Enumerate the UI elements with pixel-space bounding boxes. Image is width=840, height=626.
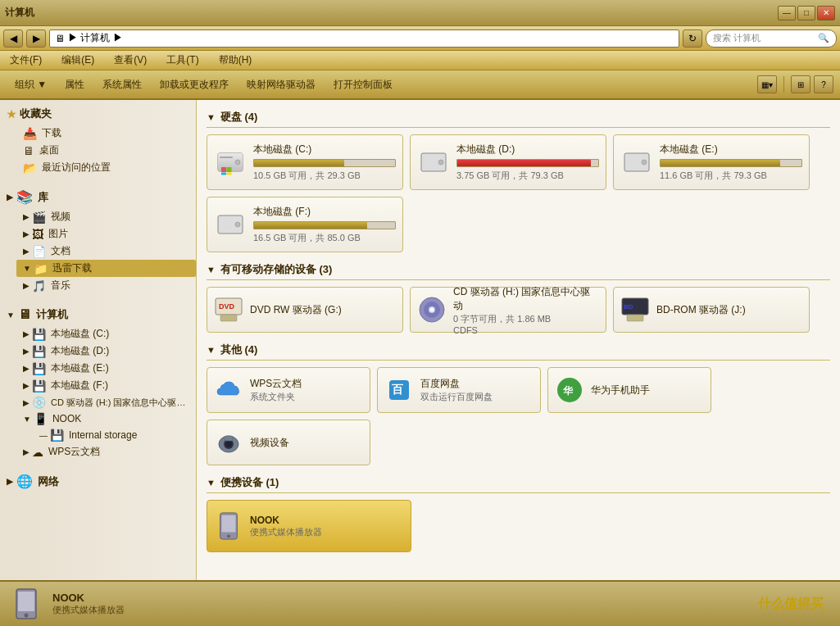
toolbar-separator [783,76,784,93]
menu-view[interactable]: 查看(V) [107,52,153,69]
sidebar-item-recent[interactable]: 📂 最近访问的位置 [16,159,196,176]
system-properties-button[interactable]: 系统属性 [94,73,150,96]
svg-point-37 [25,614,29,618]
favorites-section: ★ 收藏夹 📥 下载 🖥 桌面 📂 最近访问的位置 [0,103,196,176]
drive-c-bar [253,159,396,167]
dvd-icon: DVD [214,295,243,324]
search-box[interactable]: 搜索 计算机 🔍 [706,29,837,48]
sidebar-item-music[interactable]: ▶ 🎵 音乐 [16,277,196,294]
drive-e-icon [620,146,653,179]
sidebar-item-xunlei[interactable]: ▼ 📁 迅雷下载 [16,260,196,277]
sidebar-item-wps[interactable]: ▶ ☁ WPS云文档 [16,443,196,460]
computer-section: ▼ 🖥 计算机 ▶ 💾 本地磁盘 (C:) ▶ 💾 本地磁盘 (D:) ▶ 💾 [0,304,196,460]
drive-d-icon [417,146,450,179]
main-layout: ★ 收藏夹 📥 下载 🖥 桌面 📂 最近访问的位置 [0,100,840,580]
drive-e-item[interactable]: 本地磁盘 (E:) 11.6 GB 可用，共 79.3 GB [613,134,810,190]
sidebar-item-f[interactable]: ▶ 💾 本地磁盘 (F:) [16,377,196,394]
sidebar-item-internal-storage[interactable]: — 💾 Internal storage [33,427,196,443]
nook-device-item[interactable]: NOOK 便携式媒体播放器 [207,500,411,552]
pictures-icon: 🖼 [32,228,43,241]
svg-rect-7 [227,173,232,175]
open-control-panel-button[interactable]: 打开控制面板 [325,73,401,96]
hard-drives-grid: 本地磁盘 (C:) 10.5 GB 可用，共 29.3 GB 本地磁盘 (D:) [207,134,830,252]
drive-c-icon [214,146,247,179]
menu-tools[interactable]: 工具(T) [160,52,205,69]
sidebar-item-c[interactable]: ▶ 💾 本地磁盘 (C:) [16,325,196,342]
wps-cloud-item[interactable]: WPS云文档 系统文件夹 [207,367,370,413]
camera-item[interactable]: 视频设备 [207,420,370,465]
back-button[interactable]: ◀ [3,29,23,48]
drive-d-item[interactable]: 本地磁盘 (D:) 3.75 GB 可用，共 79.3 GB [410,134,606,190]
cd-h-icon: 💿 [32,396,46,409]
svg-text:BD: BD [624,303,633,311]
menu-file[interactable]: 文件(F) [3,52,48,69]
statusbar-icon [10,587,43,620]
huawei-item[interactable]: 华 华为手机助手 [547,367,711,413]
menu-help[interactable]: 帮助(H) [212,52,259,69]
drive-f-bar [253,221,396,229]
sidebar-item-e[interactable]: ▶ 💾 本地磁盘 (E:) [16,360,196,377]
other-header: ▼ 其他 (4) [207,342,830,361]
drive-f-icon [214,208,247,241]
nook-device-info: NOOK 便携式媒体播放器 [250,515,404,538]
portable-header: ▼ 便携设备 (1) [207,475,830,493]
organize-button[interactable]: 组织 ▼ [7,73,55,96]
sidebar-item-desktop[interactable]: 🖥 桌面 [16,142,196,159]
drive-e-info: 本地磁盘 (E:) 11.6 GB 可用，共 79.3 GB [660,143,802,182]
drive-c-item[interactable]: 本地磁盘 (C:) 10.5 GB 可用，共 29.3 GB [207,134,403,190]
svg-point-20 [430,308,434,311]
bd-info: BD-ROM 驱动器 (J:) [656,303,802,317]
video-icon: 🎬 [32,211,46,224]
menu-edit[interactable]: 编辑(E) [55,52,101,69]
sidebar-item-d[interactable]: ▶ 💾 本地磁盘 (D:) [16,342,196,360]
camera-info: 视频设备 [250,436,363,450]
network-header[interactable]: ▶ 🌐 网络 [0,470,196,492]
removable-header: ▼ 有可移动存储的设备 (3) [207,262,830,280]
sidebar-item-cd[interactable]: ▶ 💿 CD 驱动器 (H:) 国家信息中心驱… [16,394,196,411]
cd-item[interactable]: CD 驱动器 (H:) 国家信息中心驱动 0 字节可用，共 1.86 MB CD… [410,287,606,333]
hard-drives-header: ▼ 硬盘 (4) [207,110,830,128]
computer-icon: 🖥 [18,307,31,322]
uninstall-button[interactable]: 卸载或更改程序 [152,73,237,96]
svg-text:华: 华 [562,385,574,397]
close-button[interactable]: ✕ [817,6,835,20]
properties-button[interactable]: 属性 [57,73,93,96]
drive-f-item[interactable]: 本地磁盘 (F:) 16.5 GB 可用，共 85.0 GB [207,197,403,252]
map-drive-button[interactable]: 映射网络驱动器 [238,73,324,96]
address-path[interactable]: 🖥 ▶ 计算机 ▶ [49,29,679,48]
svg-rect-16 [220,315,237,321]
forward-button[interactable]: ▶ [26,29,46,48]
portable-section-arrow: ▼ [207,478,216,488]
dvd-info: DVD RW 驱动器 (G:) [250,303,396,317]
minimize-button[interactable]: — [778,6,796,20]
hdd-section-arrow: ▼ [207,112,216,122]
other-section-arrow: ▼ [207,345,216,355]
sidebar-item-pictures[interactable]: ▶ 🖼 图片 [16,225,196,243]
dvd-item[interactable]: DVD DVD RW 驱动器 (G:) [207,287,403,333]
path-icon: 🖥 [55,33,65,44]
cd-icon [417,295,447,324]
svg-point-30 [225,441,232,447]
favorites-header[interactable]: ★ 收藏夹 [0,103,196,125]
removable-grid: DVD DVD RW 驱动器 (G:) [207,287,830,333]
sidebar-item-documents[interactable]: ▶ 📄 文档 [16,243,196,260]
statusbar-info: NOOK 便携式媒体播放器 [52,592,748,616]
toolbar: 组织 ▼ 属性 系统属性 卸载或更改程序 映射网络驱动器 打开控制面板 ▦▾ ⊞… [0,70,840,100]
refresh-button[interactable]: ↻ [683,29,702,48]
drive-c-info: 本地磁盘 (C:) 10.5 GB 可用，共 29.3 GB [253,143,396,182]
computer-header[interactable]: ▼ 🖥 计算机 [0,304,196,325]
titlebar: 计算机 — □ ✕ [0,0,840,26]
maximize-button[interactable]: □ [797,6,815,20]
svg-rect-36 [18,592,34,611]
path-text: ▶ 计算机 ▶ [68,31,123,45]
bd-item[interactable]: BD BD-ROM 驱动器 (J:) [613,287,810,333]
sidebar-item-video[interactable]: ▶ 🎬 视频 [16,208,196,225]
view-button[interactable]: ▦▾ [757,75,777,93]
sidebar-item-nook[interactable]: ▼ 📱 NOOK [16,411,196,427]
view-toggle-button[interactable]: ⊞ [791,75,810,93]
baidu-item[interactable]: 百 百度网盘 双击运行百度网盘 [377,367,541,413]
help-button[interactable]: ? [814,75,833,93]
svg-rect-31 [225,436,233,441]
sidebar-item-download[interactable]: 📥 下载 [16,125,196,142]
library-header[interactable]: ▶ 📚 库 [0,186,196,208]
